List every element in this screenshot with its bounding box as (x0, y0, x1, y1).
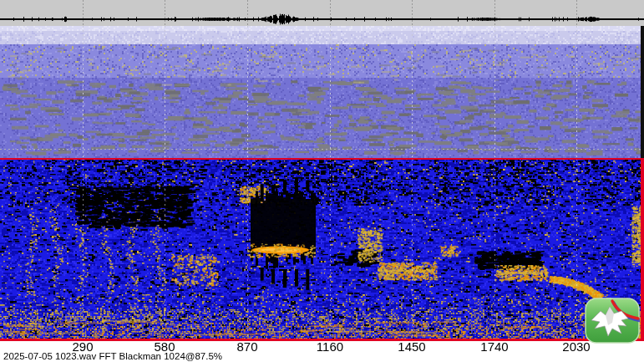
bat-analyzer-app-icon (585, 298, 640, 344)
status-bar: 2025-07-05 1023.wav FFT Blackman 1024@87… (3, 351, 222, 361)
time-tick-label: 870 (236, 341, 257, 353)
time-tick-label: 1450 (398, 341, 425, 353)
spectrogram-app-window: 2905808701160145017402030 2025-07-05 102… (0, 0, 644, 362)
time-axis-footer: 2905808701160145017402030 2025-07-05 102… (0, 341, 644, 362)
time-tick-label: 1740 (480, 341, 508, 353)
time-tick-label: 1160 (317, 341, 343, 353)
spectrogram-display[interactable] (0, 0, 644, 341)
